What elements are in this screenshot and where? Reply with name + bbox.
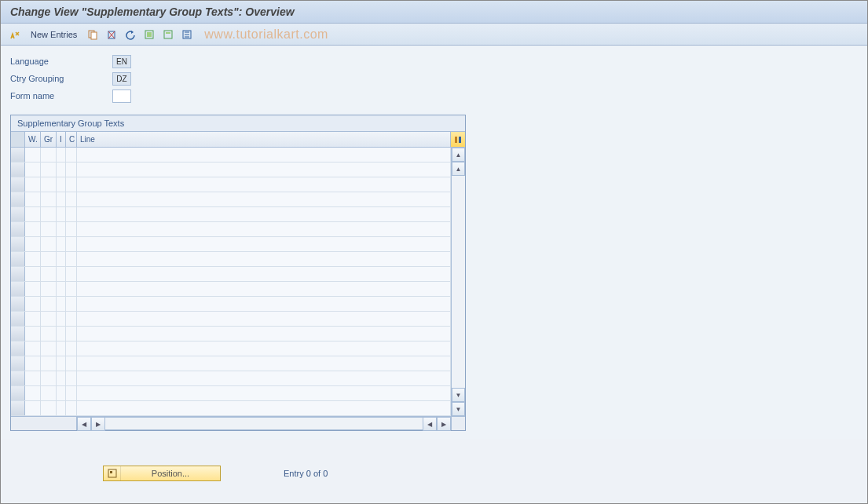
cell-gr[interactable] xyxy=(41,192,57,206)
row-selector[interactable] xyxy=(11,148,25,162)
cell-line[interactable] xyxy=(77,192,451,206)
table-row[interactable] xyxy=(11,192,451,207)
cell-w[interactable] xyxy=(25,297,41,311)
cell-w[interactable] xyxy=(25,237,41,251)
cell-i[interactable] xyxy=(57,327,66,341)
cell-gr[interactable] xyxy=(41,252,57,266)
cell-line[interactable] xyxy=(77,297,451,311)
cell-c[interactable] xyxy=(66,148,77,162)
cell-w[interactable] xyxy=(25,148,41,162)
column-i[interactable]: I xyxy=(57,132,66,147)
scroll-up-button[interactable]: ▲ xyxy=(452,148,465,162)
row-selector[interactable] xyxy=(11,327,25,341)
cell-i[interactable] xyxy=(57,282,66,296)
cell-line[interactable] xyxy=(77,341,451,356)
row-selector[interactable] xyxy=(11,163,25,177)
cell-c[interactable] xyxy=(66,237,77,251)
row-selector[interactable] xyxy=(11,341,25,356)
row-selector[interactable] xyxy=(11,386,25,400)
scroll-right-button[interactable]: ◀ xyxy=(423,417,437,431)
row-selector[interactable] xyxy=(11,252,25,266)
cell-i[interactable] xyxy=(57,267,66,281)
scroll-down-button-2[interactable]: ▼ xyxy=(452,402,465,416)
scroll-up-button-2[interactable]: ▲ xyxy=(452,162,465,176)
cell-gr[interactable] xyxy=(41,371,57,385)
cell-gr[interactable] xyxy=(41,297,57,311)
toggle-edit-icon[interactable] xyxy=(7,27,23,42)
table-row[interactable] xyxy=(11,386,451,401)
row-selector[interactable] xyxy=(11,312,25,326)
cell-c[interactable] xyxy=(66,252,77,266)
cell-line[interactable] xyxy=(77,252,451,266)
row-selector[interactable] xyxy=(11,356,25,371)
delete-icon[interactable] xyxy=(104,27,119,42)
select-all-icon[interactable] xyxy=(141,27,157,42)
table-row[interactable] xyxy=(11,327,451,341)
table-row[interactable] xyxy=(11,207,451,222)
table-row[interactable] xyxy=(11,297,451,312)
cell-line[interactable] xyxy=(77,356,451,371)
cell-i[interactable] xyxy=(57,371,66,385)
copy-icon[interactable] xyxy=(85,27,101,42)
cell-gr[interactable] xyxy=(41,207,57,221)
row-selector[interactable] xyxy=(11,222,25,236)
cell-gr[interactable] xyxy=(41,222,57,236)
cell-w[interactable] xyxy=(25,207,41,221)
row-selector[interactable] xyxy=(11,177,25,192)
table-row[interactable] xyxy=(11,371,451,386)
table-row[interactable] xyxy=(11,177,451,192)
cell-i[interactable] xyxy=(57,386,66,400)
cell-line[interactable] xyxy=(77,401,451,415)
cell-line[interactable] xyxy=(77,312,451,326)
table-row[interactable] xyxy=(11,401,451,416)
column-gr[interactable]: Gr xyxy=(41,132,57,147)
cell-i[interactable] xyxy=(57,297,66,311)
cell-gr[interactable] xyxy=(41,386,57,400)
cell-gr[interactable] xyxy=(41,237,57,251)
position-button[interactable]: Position... xyxy=(103,466,221,481)
table-row[interactable] xyxy=(11,267,451,282)
cell-line[interactable] xyxy=(77,282,451,296)
cell-c[interactable] xyxy=(66,356,77,371)
cell-c[interactable] xyxy=(66,207,77,221)
cell-i[interactable] xyxy=(57,312,66,326)
cell-c[interactable] xyxy=(66,401,77,415)
cell-gr[interactable] xyxy=(41,356,57,371)
cell-w[interactable] xyxy=(25,312,41,326)
cell-line[interactable] xyxy=(77,327,451,341)
cell-line[interactable] xyxy=(77,237,451,251)
cell-i[interactable] xyxy=(57,177,66,192)
cell-i[interactable] xyxy=(57,356,66,371)
cell-i[interactable] xyxy=(57,192,66,206)
cell-gr[interactable] xyxy=(41,401,57,415)
cell-c[interactable] xyxy=(66,386,77,400)
cell-gr[interactable] xyxy=(41,177,57,192)
cell-c[interactable] xyxy=(66,177,77,192)
cell-c[interactable] xyxy=(66,341,77,356)
scroll-track[interactable] xyxy=(452,176,465,388)
cell-line[interactable] xyxy=(77,148,451,162)
table-row[interactable] xyxy=(11,252,451,267)
cell-line[interactable] xyxy=(77,163,451,177)
cell-i[interactable] xyxy=(57,341,66,356)
cell-i[interactable] xyxy=(57,148,66,162)
form-name-input[interactable] xyxy=(112,89,131,103)
cell-line[interactable] xyxy=(77,222,451,236)
cell-c[interactable] xyxy=(66,282,77,296)
cell-c[interactable] xyxy=(66,222,77,236)
hscroll-track[interactable] xyxy=(105,417,423,430)
cell-w[interactable] xyxy=(25,222,41,236)
cell-i[interactable] xyxy=(57,252,66,266)
cell-w[interactable] xyxy=(25,177,41,192)
table-row[interactable] xyxy=(11,356,451,371)
cell-w[interactable] xyxy=(25,341,41,356)
cell-line[interactable] xyxy=(77,371,451,385)
cell-line[interactable] xyxy=(77,267,451,281)
table-row[interactable] xyxy=(11,237,451,252)
cell-gr[interactable] xyxy=(41,282,57,296)
cell-c[interactable] xyxy=(66,267,77,281)
row-selector[interactable] xyxy=(11,267,25,281)
column-line[interactable]: Line xyxy=(77,132,451,147)
cell-gr[interactable] xyxy=(41,312,57,326)
cell-c[interactable] xyxy=(66,192,77,206)
